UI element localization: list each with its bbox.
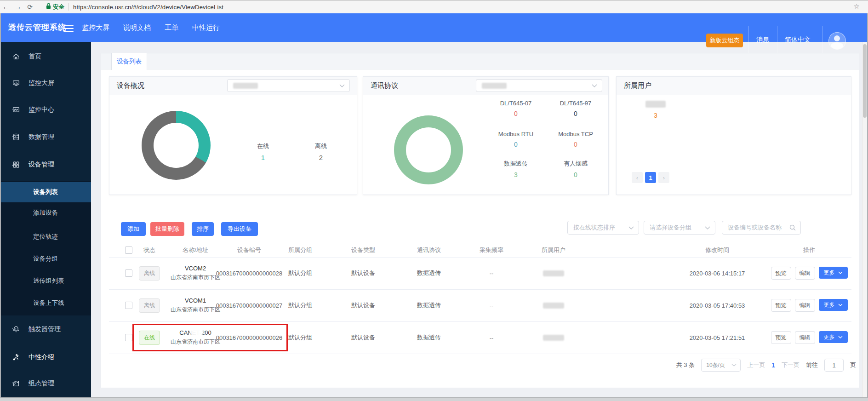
address-url[interactable]: https://console.usr.cn/#/cloudV2/device/…: [73, 4, 223, 11]
table-pagination: 共 3 条 10条/页 上一页 1 下一页 前往 页: [676, 359, 856, 372]
protocols-select[interactable]: [476, 79, 602, 92]
goto-label: 前往: [806, 361, 818, 369]
language-link[interactable]: 简体中文: [785, 36, 811, 44]
row-checkbox[interactable]: [125, 302, 132, 309]
forward-button[interactable]: →: [12, 3, 24, 11]
protocol-stat-modbus-rtu: Modbus RTU0: [491, 131, 541, 148]
sidebar-item-device-on-offline[interactable]: 设备上下线: [0, 294, 91, 312]
owner-pager-page-1[interactable]: 1: [645, 172, 656, 183]
chevron-down-icon: [628, 226, 634, 229]
owner-pager-prev[interactable]: ‹: [632, 172, 643, 183]
device-management-submenu: 设备列表 添加设备 定位轨迹 设备分组 透传组列表 设备上下线: [0, 181, 91, 315]
device-status-donut-chart: [142, 111, 211, 180]
tab-strip: [101, 53, 859, 69]
topnav-workorder[interactable]: 工单: [165, 23, 178, 32]
more-button[interactable]: 更多: [819, 267, 848, 279]
sidebar-item-home[interactable]: 首页: [0, 47, 91, 66]
status-badge: 离线: [139, 266, 160, 281]
sidebar-item-add-device[interactable]: 添加设备: [0, 204, 91, 222]
more-button[interactable]: 更多: [819, 299, 848, 311]
redacted-selection: [233, 83, 258, 89]
protocol-stat-dlt645-07: DL/T645-070: [491, 100, 541, 117]
chevron-down-icon: [339, 84, 345, 87]
window-left-edge: [0, 13, 1, 398]
topnav: 监控大屏 说明文档 工单 中性运行: [82, 13, 220, 42]
device-group-select[interactable]: 请选择设备分组: [644, 221, 715, 235]
topnav-docs[interactable]: 说明文档: [123, 23, 151, 32]
sidebar-item-device-group[interactable]: 设备分组: [0, 250, 91, 268]
chevron-down-icon: [12, 382, 17, 385]
prev-page-button[interactable]: 上一页: [747, 361, 765, 369]
edit-button[interactable]: 编辑: [795, 331, 815, 344]
refresh-button[interactable]: ⟳: [24, 3, 36, 11]
add-button[interactable]: 添加: [121, 222, 146, 236]
topnav-monitor-screen[interactable]: 监控大屏: [82, 23, 109, 32]
home-icon: [12, 52, 20, 61]
device-overview-select[interactable]: [227, 79, 350, 92]
redacted-owner: [543, 270, 564, 276]
redacted-owner: [543, 335, 564, 341]
address-divider: [68, 3, 69, 11]
bookmark-star-icon[interactable]: ☆: [854, 2, 860, 11]
security-label: 安全: [53, 3, 64, 11]
browser-chrome: ← → ⟳ 安全 https://console.usr.cn/#/cloudV…: [0, 0, 868, 14]
sidebar-item-location-track[interactable]: 定位轨迹: [0, 228, 91, 246]
redacted-owner: [543, 303, 564, 309]
back-button[interactable]: ←: [0, 3, 12, 11]
window-bottom-edge: [0, 397, 868, 401]
batch-delete-button[interactable]: 批量删除: [150, 222, 184, 236]
sidebar-item-trigger-management[interactable]: 触发器管理: [0, 320, 91, 338]
preview-button[interactable]: 预览: [771, 331, 791, 344]
chevron-down-icon: [838, 271, 843, 274]
chevron-down-icon: [731, 364, 737, 367]
tab-device-list[interactable]: 设备列表: [111, 53, 147, 70]
online-status-sort-select[interactable]: 按在线状态排序: [567, 221, 639, 235]
select-all-checkbox[interactable]: [125, 246, 132, 254]
chevron-down-icon: [12, 109, 17, 111]
preview-button[interactable]: 预览: [771, 299, 791, 312]
sidebar-item-device-management[interactable]: 设备管理: [0, 155, 91, 174]
scrollbar-thumb[interactable]: [863, 44, 867, 118]
protocol-donut-chart: [394, 115, 463, 184]
row-checkbox[interactable]: [125, 269, 132, 277]
new-scada-button[interactable]: 新版云组态: [706, 34, 743, 47]
topnav-neutral-run[interactable]: 中性运行: [192, 23, 220, 32]
sort-button[interactable]: 排序: [192, 222, 214, 236]
user-avatar[interactable]: [828, 32, 846, 50]
sidebar-item-device-list[interactable]: 设备列表: [0, 182, 91, 202]
chevron-down-icon: [838, 304, 843, 306]
goto-page-input[interactable]: [824, 359, 844, 372]
hamburger-menu-icon[interactable]: [63, 23, 74, 34]
owner-pager: ‹ 1 ›: [632, 172, 669, 183]
protocol-stat-modbus-tcp: Modbus TCP0: [550, 131, 601, 148]
current-page[interactable]: 1: [771, 361, 775, 369]
sidebar-item-scada-management[interactable]: 组态管理: [0, 374, 91, 393]
sidebar-item-monitor-center[interactable]: 监控中心: [0, 101, 91, 119]
preview-button[interactable]: 预览: [771, 267, 791, 280]
topbar-divider: [748, 26, 749, 55]
edit-button[interactable]: 编辑: [795, 267, 815, 280]
sidebar-item-monitor-screen[interactable]: 监控大屏: [0, 74, 91, 92]
page-size-select[interactable]: 10条/页: [701, 359, 741, 372]
chevron-down-icon: [12, 328, 17, 331]
more-button[interactable]: 更多: [819, 331, 848, 343]
chevron-down-icon: [592, 84, 597, 87]
row-checkbox[interactable]: [125, 334, 132, 341]
brand-title: 透传云管理系统: [8, 22, 66, 33]
owner-pager-next[interactable]: ›: [658, 172, 669, 183]
edit-button[interactable]: 编辑: [795, 299, 815, 312]
messages-link[interactable]: 消息: [756, 36, 769, 44]
screen-icon: [12, 79, 20, 87]
next-page-button[interactable]: 下一页: [782, 361, 799, 369]
export-devices-button[interactable]: 导出设备: [221, 222, 258, 236]
app-topbar: 透传云管理系统 监控大屏 说明文档 工单 中性运行 新版云组态 消息 简体中文: [0, 13, 868, 42]
sidebar-item-neutral-intro[interactable]: 中性介绍: [0, 348, 91, 367]
device-search-input[interactable]: 设备编号或设备名称: [722, 221, 801, 235]
device-name: VCOM1: [185, 297, 206, 304]
ssl-lock-icon: [46, 3, 51, 11]
sidebar-item-passthrough-group-list[interactable]: 透传组列表: [0, 272, 91, 290]
sidebar-item-data-management[interactable]: 数据管理: [0, 128, 91, 146]
browser-window: ← → ⟳ 安全 https://console.usr.cn/#/cloudV…: [0, 0, 868, 401]
status-badge: 离线: [139, 298, 160, 313]
redacted-selection: [482, 83, 507, 89]
